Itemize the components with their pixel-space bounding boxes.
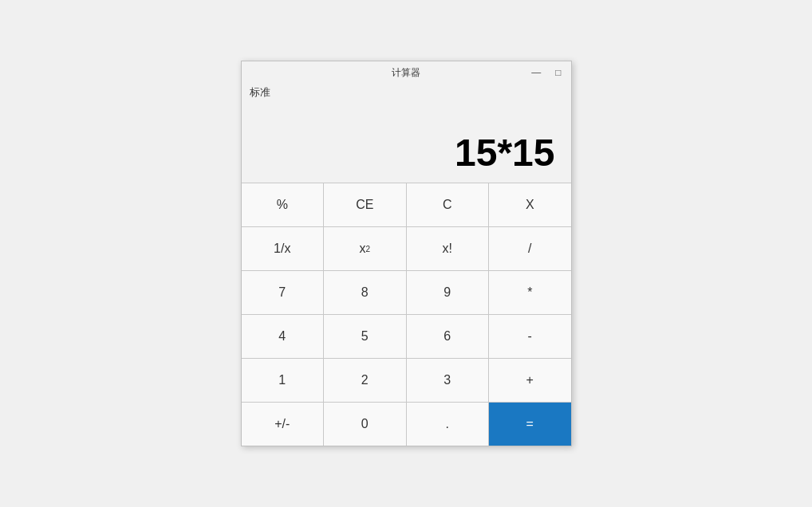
subtract-button[interactable]: - (489, 315, 571, 358)
eight-button[interactable]: 8 (324, 271, 406, 314)
plusminus-button[interactable]: +/- (242, 403, 324, 446)
display-area: 15*15 (242, 103, 571, 183)
menu-bar: 标准 (242, 84, 571, 103)
minimize-button[interactable]: — (528, 65, 544, 80)
title-bar: 计算器 — □ (242, 61, 571, 84)
factorial-button[interactable]: x! (407, 227, 489, 270)
buttons-grid: % CE C X 1/x x2 x! / 7 8 9 * 4 5 6 - 1 2… (242, 183, 571, 446)
one-button[interactable]: 1 (242, 359, 324, 402)
equals-button[interactable]: = (489, 403, 571, 446)
three-button[interactable]: 3 (407, 359, 489, 402)
divide-button[interactable]: / (489, 227, 571, 270)
maximize-button[interactable]: □ (552, 65, 564, 80)
decimal-button[interactable]: . (407, 403, 489, 446)
add-button[interactable]: + (489, 359, 571, 402)
percent-button[interactable]: % (242, 183, 324, 226)
five-button[interactable]: 5 (324, 315, 406, 358)
nine-button[interactable]: 9 (407, 271, 489, 314)
inverse-button[interactable]: 1/x (242, 227, 324, 270)
clear-button[interactable]: C (407, 183, 489, 226)
six-button[interactable]: 6 (407, 315, 489, 358)
two-button[interactable]: 2 (324, 359, 406, 402)
calculator-window: 计算器 — □ 标准 15*15 % CE C X 1/x x2 x! / 7 … (241, 61, 572, 446)
zero-button[interactable]: 0 (324, 403, 406, 446)
square-button[interactable]: x2 (324, 227, 406, 270)
display-value: 15*15 (455, 131, 554, 175)
seven-button[interactable]: 7 (242, 271, 324, 314)
multiply-button[interactable]: * (489, 271, 571, 314)
backspace-button[interactable]: X (489, 183, 571, 226)
ce-button[interactable]: CE (324, 183, 406, 226)
four-button[interactable]: 4 (242, 315, 324, 358)
menu-label: 标准 (250, 86, 270, 98)
window-title: 计算器 (392, 66, 420, 80)
window-controls: — □ (528, 65, 564, 80)
